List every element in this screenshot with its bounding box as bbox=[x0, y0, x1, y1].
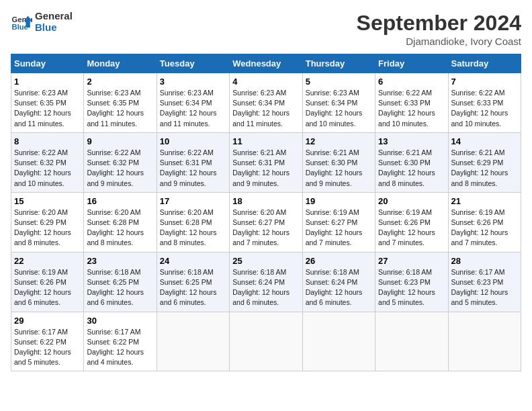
calendar-cell: 23 Sunrise: 6:18 AM Sunset: 6:25 PM Dayl… bbox=[84, 252, 157, 312]
calendar-cell: 30 Sunrise: 6:17 AM Sunset: 6:22 PM Dayl… bbox=[84, 312, 157, 371]
calendar-cell: 12 Sunrise: 6:21 AM Sunset: 6:30 PM Dayl… bbox=[302, 132, 375, 192]
day-number: 29 bbox=[14, 316, 81, 326]
page-header: General Blue General Blue September 2024… bbox=[11, 11, 521, 47]
calendar-cell: 20 Sunrise: 6:19 AM Sunset: 6:26 PM Dayl… bbox=[375, 192, 448, 252]
calendar-cell: 17 Sunrise: 6:20 AM Sunset: 6:28 PM Dayl… bbox=[157, 192, 229, 252]
day-info: Sunrise: 6:20 AM Sunset: 6:29 PM Dayligh… bbox=[14, 208, 81, 248]
weekday-header-saturday: Saturday bbox=[448, 54, 521, 73]
day-number: 13 bbox=[378, 136, 445, 146]
day-number: 24 bbox=[160, 256, 226, 266]
calendar-cell bbox=[448, 312, 521, 371]
day-number: 9 bbox=[87, 136, 153, 146]
calendar-cell bbox=[302, 312, 375, 371]
weekday-header-monday: Monday bbox=[84, 54, 157, 73]
svg-text:Blue: Blue bbox=[12, 23, 28, 31]
day-number: 7 bbox=[451, 77, 518, 87]
day-number: 21 bbox=[451, 196, 518, 206]
day-number: 2 bbox=[87, 77, 153, 87]
day-number: 25 bbox=[232, 256, 299, 266]
day-number: 4 bbox=[232, 77, 299, 87]
day-info: Sunrise: 6:17 AM Sunset: 6:22 PM Dayligh… bbox=[14, 327, 81, 368]
day-info: Sunrise: 6:19 AM Sunset: 6:27 PM Dayligh… bbox=[306, 208, 372, 248]
day-number: 3 bbox=[160, 77, 226, 87]
day-info: Sunrise: 6:22 AM Sunset: 6:33 PM Dayligh… bbox=[451, 88, 518, 129]
calendar-cell bbox=[375, 312, 448, 371]
day-info: Sunrise: 6:22 AM Sunset: 6:33 PM Dayligh… bbox=[378, 88, 445, 129]
calendar-cell: 15 Sunrise: 6:20 AM Sunset: 6:29 PM Dayl… bbox=[11, 192, 84, 252]
day-info: Sunrise: 6:23 AM Sunset: 6:35 PM Dayligh… bbox=[87, 88, 153, 129]
day-number: 15 bbox=[14, 196, 81, 206]
day-number: 28 bbox=[451, 256, 518, 266]
day-number: 18 bbox=[232, 196, 299, 206]
day-info: Sunrise: 6:23 AM Sunset: 6:34 PM Dayligh… bbox=[232, 88, 299, 129]
weekday-header-tuesday: Tuesday bbox=[157, 54, 229, 73]
calendar-cell: 19 Sunrise: 6:19 AM Sunset: 6:27 PM Dayl… bbox=[302, 192, 375, 252]
day-number: 22 bbox=[14, 256, 81, 266]
day-number: 8 bbox=[14, 136, 81, 146]
weekday-header-thursday: Thursday bbox=[302, 54, 375, 73]
day-info: Sunrise: 6:22 AM Sunset: 6:32 PM Dayligh… bbox=[87, 148, 153, 189]
day-info: Sunrise: 6:23 AM Sunset: 6:34 PM Dayligh… bbox=[306, 88, 372, 129]
calendar-week-2: 8 Sunrise: 6:22 AM Sunset: 6:32 PM Dayli… bbox=[11, 132, 521, 192]
day-number: 6 bbox=[378, 77, 445, 87]
calendar-week-4: 22 Sunrise: 6:19 AM Sunset: 6:26 PM Dayl… bbox=[11, 252, 521, 312]
month-title: September 2024 bbox=[357, 11, 521, 36]
calendar-cell: 29 Sunrise: 6:17 AM Sunset: 6:22 PM Dayl… bbox=[11, 312, 84, 371]
day-info: Sunrise: 6:21 AM Sunset: 6:30 PM Dayligh… bbox=[306, 148, 372, 189]
day-number: 19 bbox=[306, 196, 372, 206]
logo-line1: General bbox=[35, 11, 73, 22]
day-number: 23 bbox=[87, 256, 153, 266]
calendar-cell: 10 Sunrise: 6:22 AM Sunset: 6:31 PM Dayl… bbox=[157, 132, 229, 192]
calendar-cell: 13 Sunrise: 6:21 AM Sunset: 6:30 PM Dayl… bbox=[375, 132, 448, 192]
day-number: 17 bbox=[160, 196, 226, 206]
weekday-header-wednesday: Wednesday bbox=[230, 54, 302, 73]
day-info: Sunrise: 6:23 AM Sunset: 6:34 PM Dayligh… bbox=[160, 88, 226, 129]
day-number: 1 bbox=[14, 77, 81, 87]
day-info: Sunrise: 6:20 AM Sunset: 6:28 PM Dayligh… bbox=[87, 208, 153, 248]
day-info: Sunrise: 6:20 AM Sunset: 6:27 PM Dayligh… bbox=[232, 208, 299, 248]
calendar-cell: 2 Sunrise: 6:23 AM Sunset: 6:35 PM Dayli… bbox=[84, 73, 157, 133]
day-info: Sunrise: 6:18 AM Sunset: 6:23 PM Dayligh… bbox=[378, 267, 445, 308]
day-number: 26 bbox=[306, 256, 372, 266]
day-info: Sunrise: 6:18 AM Sunset: 6:24 PM Dayligh… bbox=[232, 267, 299, 308]
day-info: Sunrise: 6:22 AM Sunset: 6:32 PM Dayligh… bbox=[14, 148, 81, 189]
calendar-cell: 11 Sunrise: 6:21 AM Sunset: 6:31 PM Dayl… bbox=[230, 132, 302, 192]
calendar-cell: 27 Sunrise: 6:18 AM Sunset: 6:23 PM Dayl… bbox=[375, 252, 448, 312]
day-info: Sunrise: 6:22 AM Sunset: 6:31 PM Dayligh… bbox=[160, 148, 226, 189]
calendar-cell: 5 Sunrise: 6:23 AM Sunset: 6:34 PM Dayli… bbox=[302, 73, 375, 133]
day-info: Sunrise: 6:18 AM Sunset: 6:25 PM Dayligh… bbox=[160, 267, 226, 308]
calendar-cell: 28 Sunrise: 6:17 AM Sunset: 6:23 PM Dayl… bbox=[448, 252, 521, 312]
calendar-cell: 6 Sunrise: 6:22 AM Sunset: 6:33 PM Dayli… bbox=[375, 73, 448, 133]
day-info: Sunrise: 6:21 AM Sunset: 6:30 PM Dayligh… bbox=[378, 148, 445, 189]
calendar-cell: 8 Sunrise: 6:22 AM Sunset: 6:32 PM Dayli… bbox=[11, 132, 84, 192]
calendar-week-3: 15 Sunrise: 6:20 AM Sunset: 6:29 PM Dayl… bbox=[11, 192, 521, 252]
day-info: Sunrise: 6:17 AM Sunset: 6:22 PM Dayligh… bbox=[87, 327, 153, 368]
day-number: 16 bbox=[87, 196, 153, 206]
day-info: Sunrise: 6:18 AM Sunset: 6:24 PM Dayligh… bbox=[306, 267, 372, 308]
day-info: Sunrise: 6:19 AM Sunset: 6:26 PM Dayligh… bbox=[14, 267, 81, 308]
calendar-cell: 18 Sunrise: 6:20 AM Sunset: 6:27 PM Dayl… bbox=[230, 192, 302, 252]
location-title: Djamandioke, Ivory Coast bbox=[357, 36, 521, 47]
calendar-cell: 26 Sunrise: 6:18 AM Sunset: 6:24 PM Dayl… bbox=[302, 252, 375, 312]
day-info: Sunrise: 6:19 AM Sunset: 6:26 PM Dayligh… bbox=[378, 208, 445, 248]
calendar-cell: 1 Sunrise: 6:23 AM Sunset: 6:35 PM Dayli… bbox=[11, 73, 84, 133]
calendar-cell: 14 Sunrise: 6:21 AM Sunset: 6:29 PM Dayl… bbox=[448, 132, 521, 192]
calendar-cell: 3 Sunrise: 6:23 AM Sunset: 6:34 PM Dayli… bbox=[157, 73, 229, 133]
day-info: Sunrise: 6:19 AM Sunset: 6:26 PM Dayligh… bbox=[451, 208, 518, 248]
weekday-header-sunday: Sunday bbox=[11, 54, 84, 73]
calendar-cell bbox=[157, 312, 229, 371]
calendar-cell bbox=[230, 312, 302, 371]
day-number: 12 bbox=[306, 136, 372, 146]
logo: General Blue General Blue bbox=[11, 11, 73, 33]
day-number: 14 bbox=[451, 136, 518, 146]
day-info: Sunrise: 6:20 AM Sunset: 6:28 PM Dayligh… bbox=[160, 208, 226, 248]
calendar-week-5: 29 Sunrise: 6:17 AM Sunset: 6:22 PM Dayl… bbox=[11, 312, 521, 371]
day-number: 5 bbox=[306, 77, 372, 87]
calendar-cell: 9 Sunrise: 6:22 AM Sunset: 6:32 PM Dayli… bbox=[84, 132, 157, 192]
weekday-header-friday: Friday bbox=[375, 54, 448, 73]
day-info: Sunrise: 6:21 AM Sunset: 6:29 PM Dayligh… bbox=[451, 148, 518, 189]
day-info: Sunrise: 6:17 AM Sunset: 6:23 PM Dayligh… bbox=[451, 267, 518, 308]
calendar-cell: 7 Sunrise: 6:22 AM Sunset: 6:33 PM Dayli… bbox=[448, 73, 521, 133]
day-info: Sunrise: 6:18 AM Sunset: 6:25 PM Dayligh… bbox=[87, 267, 153, 308]
calendar-header-row: SundayMondayTuesdayWednesdayThursdayFrid… bbox=[11, 54, 521, 73]
